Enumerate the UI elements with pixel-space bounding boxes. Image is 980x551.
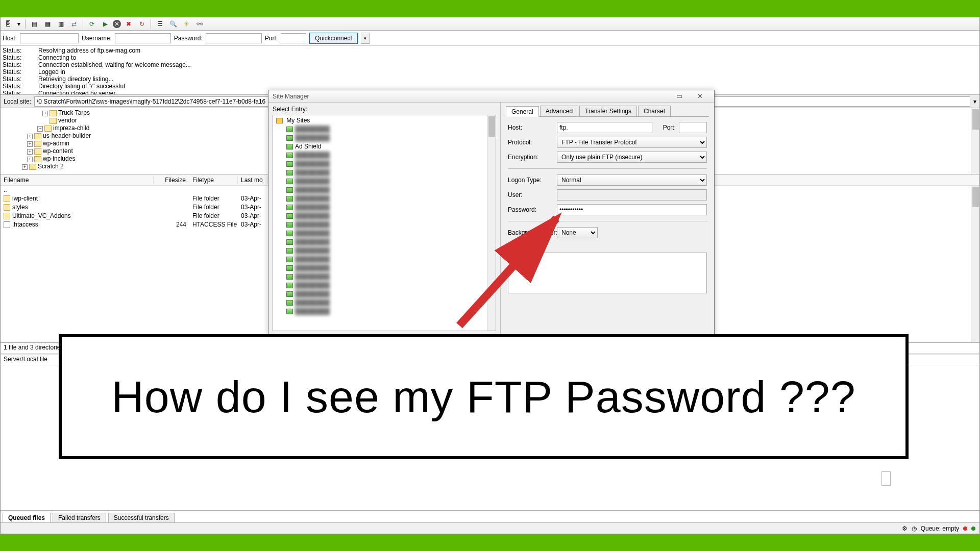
site-entry[interactable]: ████████: [274, 186, 495, 194]
dialog-titlebar[interactable]: Site Manager ▭ ✕: [268, 90, 714, 103]
site-manager-dialog: Site Manager ▭ ✕ Select Entry: My Sites …: [268, 90, 715, 335]
dlg-password-label: Password:: [508, 206, 554, 213]
toggle-tree-icon[interactable]: ▦: [42, 19, 53, 29]
site-entry[interactable]: ████████: [274, 151, 495, 160]
site-entry[interactable]: ████████: [274, 125, 495, 134]
site-entry[interactable]: ████████: [274, 238, 495, 246]
tab-advanced[interactable]: Advanced: [540, 106, 578, 116]
refresh-icon[interactable]: ⟳: [86, 19, 97, 29]
tab-general[interactable]: General: [506, 106, 539, 117]
site-entry[interactable]: ████████: [274, 272, 495, 281]
tab-transfer-settings[interactable]: Transfer Settings: [579, 106, 637, 116]
site-entry[interactable]: ████████: [274, 298, 495, 307]
dlg-comments-textarea[interactable]: [508, 253, 707, 293]
toggle-queue-icon[interactable]: ▥: [55, 19, 66, 29]
site-entry[interactable]: ████████: [274, 229, 495, 238]
site-entry[interactable]: ████████: [274, 307, 495, 316]
dlg-user-label: User:: [508, 191, 554, 198]
gear-icon[interactable]: ⚙: [902, 525, 908, 532]
sites-tree[interactable]: My Sites ████████████████Ad Shield██████…: [273, 115, 496, 331]
maximize-icon[interactable]: ▭: [669, 92, 690, 100]
site-entry[interactable]: Ad Shield: [274, 142, 495, 151]
close-icon[interactable]: ✕: [690, 92, 710, 100]
tree-item[interactable]: +Scratch 2: [2, 163, 267, 170]
username-input[interactable]: [115, 33, 171, 43]
site-entry[interactable]: ████████: [274, 203, 495, 212]
host-label: Host:: [3, 35, 17, 42]
site-entry[interactable]: ████████: [274, 194, 495, 203]
quickconnect-button[interactable]: Quickconnect: [309, 33, 358, 44]
site-entry[interactable]: ████████: [274, 246, 495, 255]
site-entry[interactable]: ████████: [274, 255, 495, 264]
tree-item[interactable]: +wp-admin: [2, 140, 267, 147]
port-label: Port:: [265, 35, 278, 42]
tab-queued-files[interactable]: Queued files: [3, 513, 51, 522]
tree-item[interactable]: +impreza-child: [2, 124, 267, 132]
filter-icon[interactable]: ☰: [154, 19, 165, 29]
tab-charset[interactable]: Charset: [638, 106, 671, 116]
message-log: Status:Resolving address of ftp.sw-mag.c…: [1, 46, 979, 95]
site-entry[interactable]: ████████: [274, 177, 495, 186]
toolbar-dropdown-icon[interactable]: ▾: [16, 19, 22, 29]
local-file-list[interactable]: Filename Filesize Filetype Last mo ..iwp…: [1, 174, 268, 342]
status-dot-red: [963, 527, 967, 531]
compare-icon[interactable]: ☀: [181, 19, 192, 29]
dlg-bgcolor-select[interactable]: None: [557, 227, 598, 238]
username-label: Username:: [82, 35, 112, 42]
sync-browse-icon[interactable]: ⇄: [68, 19, 80, 29]
local-site-dropdown-icon[interactable]: ▾: [970, 98, 979, 105]
server-icon: [286, 222, 293, 228]
site-entry[interactable]: ████████: [274, 212, 495, 220]
sites-root[interactable]: My Sites: [274, 116, 495, 125]
tree-item[interactable]: +us-header-builder: [2, 132, 267, 140]
port-input[interactable]: [281, 33, 306, 43]
server-icon: [286, 257, 293, 262]
server-icon: [286, 161, 293, 167]
search-icon[interactable]: 🔍: [167, 19, 179, 29]
password-input[interactable]: [206, 33, 262, 43]
file-row[interactable]: iwp-clientFile folder03-Apr-: [1, 194, 268, 203]
toggle-log-icon[interactable]: ▤: [29, 19, 40, 29]
tree-item[interactable]: +Truck Tarps: [2, 109, 267, 117]
tree-item[interactable]: +wp-includes: [2, 155, 267, 163]
binoculars-icon[interactable]: 👓: [194, 19, 205, 29]
site-entry[interactable]: ████████: [274, 264, 495, 272]
quickconnect-dropdown[interactable]: ▾: [361, 33, 370, 44]
host-input[interactable]: [20, 33, 79, 43]
site-entry[interactable]: ████████: [274, 134, 495, 142]
tab-failed-transfers[interactable]: Failed transfers: [53, 513, 106, 522]
dlg-user-input[interactable]: [557, 189, 707, 201]
server-icon: [286, 196, 293, 202]
site-manager-icon[interactable]: 🗄: [3, 19, 14, 29]
cancel-icon[interactable]: ✕: [113, 20, 121, 28]
tree-item[interactable]: vendor: [2, 117, 267, 124]
dlg-protocol-label: Protocol:: [508, 139, 554, 146]
dlg-port-input[interactable]: [679, 122, 707, 133]
file-row[interactable]: ..: [1, 186, 268, 194]
disconnect-icon[interactable]: ✖: [123, 19, 134, 29]
file-row[interactable]: Ultimate_VC_AddonsFile folder03-Apr-: [1, 212, 268, 220]
site-entry[interactable]: ████████: [274, 160, 495, 168]
server-icon: [286, 213, 293, 219]
site-entry[interactable]: ████████: [274, 290, 495, 298]
tab-successful-transfers[interactable]: Successful transfers: [108, 513, 175, 522]
server-icon: [286, 179, 293, 184]
site-entry[interactable]: ████████: [274, 220, 495, 229]
dlg-logon-select[interactable]: Normal: [557, 174, 707, 186]
reconnect-icon[interactable]: ↻: [136, 19, 148, 29]
quickconnect-bar: Host: Username: Password: Port: Quickcon…: [1, 31, 979, 46]
process-queue-icon[interactable]: ▶: [100, 19, 111, 29]
site-entry[interactable]: ████████: [274, 281, 495, 290]
file-row[interactable]: .htaccess244HTACCESS File03-Apr-: [1, 220, 268, 229]
file-row[interactable]: stylesFile folder03-Apr-: [1, 203, 268, 212]
server-icon: [286, 248, 293, 254]
dlg-password-input[interactable]: [557, 204, 707, 215]
dlg-encryption-select[interactable]: Only use plain FTP (insecure): [557, 152, 707, 163]
status-bar: ⚙ ◷ Queue: empty: [1, 522, 979, 534]
dlg-host-input[interactable]: [557, 122, 652, 133]
server-icon: [286, 187, 293, 193]
local-directory-tree[interactable]: +Truck Tarps vendor +impreza-child +us-h…: [1, 108, 268, 174]
dlg-protocol-select[interactable]: FTP - File Transfer Protocol: [557, 137, 707, 148]
site-entry[interactable]: ████████: [274, 168, 495, 177]
tree-item[interactable]: +wp-content: [2, 147, 267, 155]
